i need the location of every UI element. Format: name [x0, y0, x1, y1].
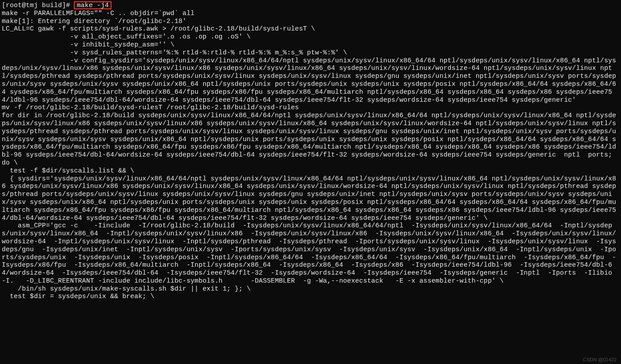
command-highlight: make -j4	[74, 1, 111, 9]
terminal-body: make -r PARALLELMFLAGS="" -C .. objdir=`…	[2, 10, 616, 300]
terminal-output[interactable]: [root@tmj build]# make -j4 make -r PARAL…	[0, 0, 621, 302]
watermark: CSDN @01422	[583, 357, 617, 362]
prompt-user: [root@tmj build]#	[2, 2, 74, 9]
